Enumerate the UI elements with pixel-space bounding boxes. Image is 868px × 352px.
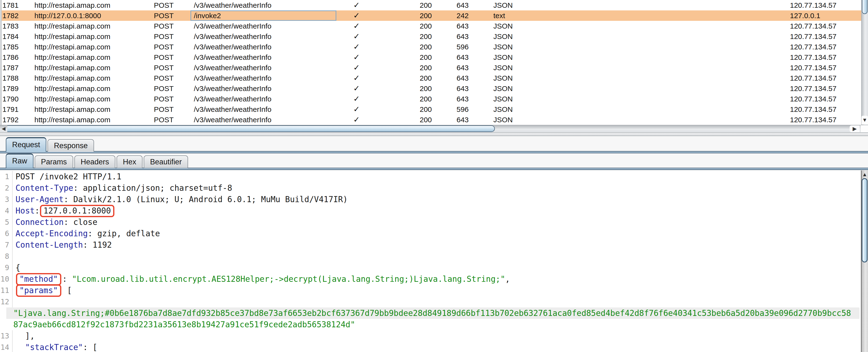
cell-length: 596 xyxy=(457,104,469,114)
tab-request[interactable]: Request xyxy=(6,137,46,152)
raw-line: 7Content-Length: 1192 xyxy=(0,239,861,251)
cell-method: POST xyxy=(154,21,174,31)
cell-method: POST xyxy=(154,114,174,125)
code-segment: : xyxy=(35,206,39,215)
line-content: Accept-Encoding: gzip, deflate xyxy=(12,228,160,239)
tab-accent-band xyxy=(0,151,868,153)
table-vertical-scrollbar-thumb[interactable] xyxy=(862,0,868,14)
table-row[interactable]: 1791http://restapi.amap.comPOST/v3/weath… xyxy=(0,104,868,114)
cell-status: 200 xyxy=(420,42,432,52)
raw-vertical-scrollbar-thumb[interactable] xyxy=(862,178,868,262)
scroll-up-icon[interactable]: ▲ xyxy=(862,171,868,178)
raw-line: 14 "stackTrace": [ xyxy=(0,342,861,352)
red-annotation-box: "params" xyxy=(16,284,61,297)
subtab-hex[interactable]: Hex xyxy=(117,155,143,168)
code-segment: POST /invoke2 HTTP/1.1 xyxy=(16,172,121,181)
cell-url: /v3/weather/weatherInfo xyxy=(194,63,271,73)
cell-status: 200 xyxy=(420,10,432,21)
cell-host: http://restapi.amap.com xyxy=(34,21,110,31)
tab-response[interactable]: Response xyxy=(48,139,94,152)
cell-ip: 120.77.134.57 xyxy=(790,0,837,10)
code-segment: [ xyxy=(62,286,72,295)
cell-length: 643 xyxy=(457,0,469,10)
table-row[interactable]: 1790http://restapi.amap.comPOST/v3/weath… xyxy=(0,94,868,104)
table-row[interactable]: 1789http://restapi.amap.comPOST/v3/weath… xyxy=(0,83,868,94)
table-horizontal-scrollbar-thumb[interactable] xyxy=(7,126,495,132)
table-row[interactable]: 1787http://restapi.amap.comPOST/v3/weath… xyxy=(0,63,868,73)
cell-url: /v3/weather/weatherInfo xyxy=(194,52,271,63)
code-segment: Host xyxy=(16,206,35,215)
table-horizontal-scrollbar[interactable]: ◀ ▶ xyxy=(0,125,868,132)
table-row[interactable]: 1792http://restapi.amap.comPOST/v3/weath… xyxy=(0,114,868,125)
cell-host: http://restapi.amap.com xyxy=(34,42,110,52)
table-row[interactable]: 1783http://restapi.amap.comPOST/v3/weath… xyxy=(0,21,868,31)
cell-url: /v3/weather/weatherInfo xyxy=(194,73,271,83)
line-number: 6 xyxy=(0,228,12,239)
line-number: 11 xyxy=(0,285,12,296)
scroll-right-icon[interactable]: ▶ xyxy=(849,126,860,132)
cell-host: http://restapi.amap.com xyxy=(34,0,110,10)
cell-id: 1786 xyxy=(2,52,19,63)
cell-host: http://restapi.amap.com xyxy=(34,73,110,83)
table-vertical-scrollbar[interactable]: ▼ xyxy=(861,0,868,125)
cell-method: POST xyxy=(154,94,174,104)
cell-length: 643 xyxy=(457,31,469,42)
subtab-params[interactable]: Params xyxy=(35,155,73,168)
raw-request-view[interactable]: 1POST /invoke2 HTTP/1.12Content-Type: ap… xyxy=(0,170,861,352)
cell-host: http://restapi.amap.com xyxy=(34,94,110,104)
cell-ip: 120.77.134.57 xyxy=(790,63,837,73)
raw-line: 2Content-Type: application/json; charset… xyxy=(0,182,861,194)
subtab-headers[interactable]: Headers xyxy=(74,155,115,168)
cell-mime: JSON xyxy=(493,73,513,83)
line-content: Content-Type: application/json; charset=… xyxy=(12,182,232,194)
scrollbar-corner xyxy=(860,125,868,132)
raw-line: 9{ xyxy=(0,262,861,273)
table-row[interactable]: 1781http://restapi.amap.comPOST/v3/weath… xyxy=(0,0,868,10)
raw-line: 12 xyxy=(0,296,861,308)
cell-ip: 120.77.134.57 xyxy=(790,21,837,31)
table-row[interactable]: 1785http://restapi.amap.comPOST/v3/weath… xyxy=(0,42,868,52)
cell-id: 1789 xyxy=(2,83,19,94)
cell-id: 1782 xyxy=(2,10,19,21)
code-segment xyxy=(16,343,25,352)
code-segment: "Lcom.uroad.lib.util.encrypt.AES128Helpe… xyxy=(72,274,505,284)
table-row[interactable]: 1782http://127.0.0.1:8000POST/invoke2✓20… xyxy=(0,10,868,21)
scroll-left-icon[interactable]: ◀ xyxy=(0,125,7,132)
cell-url: /v3/weather/weatherInfo xyxy=(194,104,271,114)
cell-status: 200 xyxy=(420,52,432,63)
subtab-accent-band xyxy=(0,168,868,170)
cell-status: 200 xyxy=(420,114,432,125)
raw-line: 8 xyxy=(0,251,861,262)
subtab-raw[interactable]: Raw xyxy=(6,153,33,168)
cell-method: POST xyxy=(154,52,174,63)
cell-url: /v3/weather/weatherInfo xyxy=(194,42,271,52)
line-number: 4 xyxy=(0,205,12,216)
table-row[interactable]: 1786http://restapi.amap.comPOST/v3/weath… xyxy=(0,52,868,63)
proxy-app: 1781http://restapi.amap.comPOST/v3/weath… xyxy=(0,0,868,352)
scroll-down-icon[interactable]: ▼ xyxy=(862,116,868,125)
code-segment: Connection xyxy=(16,217,64,227)
line-number: 7 xyxy=(0,239,12,251)
code-segment: : 1192 xyxy=(83,240,112,250)
raw-vertical-scrollbar[interactable]: ▲ xyxy=(861,170,868,352)
code-segment: : [ xyxy=(83,343,97,352)
cell-status: 200 xyxy=(420,21,432,31)
table-left-edge xyxy=(0,0,2,125)
code-segment: { xyxy=(16,263,20,272)
cell-length: 643 xyxy=(457,63,469,73)
table-row[interactable]: 1788http://restapi.amap.comPOST/v3/weath… xyxy=(0,73,868,83)
params-check-icon: ✓ xyxy=(353,83,360,94)
panel-splitter[interactable] xyxy=(0,133,868,136)
params-check-icon: ✓ xyxy=(353,73,360,83)
subtab-beautifier[interactable]: Beautifier xyxy=(144,155,188,168)
cell-url: /v3/weather/weatherInfo xyxy=(194,83,271,94)
params-check-icon: ✓ xyxy=(353,42,360,52)
raw-line: 10"method": "Lcom.uroad.lib.util.encrypt… xyxy=(0,273,861,285)
line-content: User-Agent: Dalvik/2.1.0 (Linux; U; Andr… xyxy=(12,194,348,205)
cell-method: POST xyxy=(154,42,174,52)
raw-line: 4Host:127.0.0.1:8000 xyxy=(0,205,861,216)
table-row[interactable]: 1784http://restapi.amap.comPOST/v3/weath… xyxy=(0,31,868,42)
line-content: "stackTrace": [ xyxy=(12,342,97,352)
cell-method: POST xyxy=(154,83,174,94)
cell-mime: JSON xyxy=(493,83,513,94)
